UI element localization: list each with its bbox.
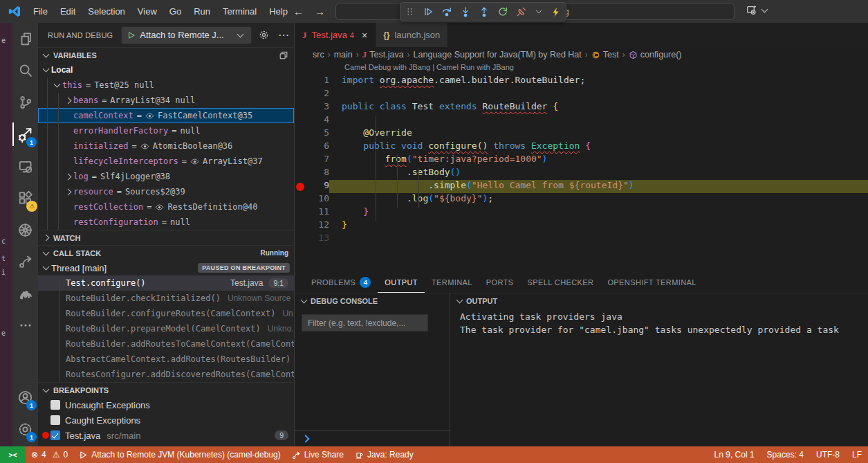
close-icon[interactable]: × xyxy=(362,30,367,41)
breadcrumb-item[interactable]: JTest.java xyxy=(362,49,404,60)
panel-tab-spell-checker[interactable]: SPELL CHECKER xyxy=(521,272,601,293)
breakpoint-gutter[interactable] xyxy=(295,140,308,154)
hot-code-icon[interactable] xyxy=(551,7,561,17)
call-stack-section-header[interactable]: CALL STACK Running xyxy=(38,245,294,260)
breadcrumb-item[interactable]: configure() xyxy=(629,50,682,60)
breakpoint-gutter[interactable] xyxy=(295,114,308,127)
back-icon[interactable]: ← xyxy=(293,6,304,17)
step-over-icon[interactable] xyxy=(441,6,452,17)
gear-icon[interactable] xyxy=(259,30,269,40)
live-share-status[interactable]: Live Share xyxy=(286,446,349,463)
variable-row[interactable]: camelContext=FastCamelContext@35 xyxy=(38,108,294,123)
stack-frame-row[interactable]: RouteBuilder.configureRoutes(CamelContex… xyxy=(38,306,294,321)
panel-tab-ports[interactable]: PORTS xyxy=(479,272,521,293)
breakpoint-current-icon[interactable] xyxy=(295,180,308,193)
eye-icon[interactable] xyxy=(140,142,149,151)
variable-row[interactable]: log=Slf4jLogger@38 xyxy=(38,169,294,184)
layout-control[interactable] xyxy=(746,4,770,16)
variable-row[interactable]: resource=Sources$2@39 xyxy=(38,184,294,199)
breakpoint-row[interactable]: Uncaught Exceptions xyxy=(38,397,294,412)
debug-console-header[interactable]: DEBUG CONSOLE xyxy=(295,293,450,308)
forward-icon[interactable]: → xyxy=(315,6,325,17)
code-line[interactable]: 2 xyxy=(295,88,868,101)
breakpoint-gutter[interactable] xyxy=(295,206,308,219)
variable-row[interactable]: initialized=AtomicBoolean@36 xyxy=(38,138,294,154)
breakpoint-gutter[interactable] xyxy=(295,167,308,180)
code-line[interactable]: 8 .setBody() xyxy=(295,167,868,180)
panel-tab-terminal[interactable]: TERMINAL xyxy=(425,272,479,293)
panel-tab-problems[interactable]: PROBLEMS4 xyxy=(304,272,378,293)
kubernetes-activity-item[interactable] xyxy=(12,214,38,246)
panel-tab-openshift-terminal[interactable]: OPENSHIFT TERMINAL xyxy=(600,272,703,293)
breadcrumb-item[interactable]: Test xyxy=(591,50,619,60)
problems-status[interactable]: ⊗4⚠0 xyxy=(26,446,73,463)
output-header[interactable]: OUTPUT xyxy=(450,293,868,308)
breakpoint-checkbox[interactable] xyxy=(50,430,60,440)
thread-row[interactable]: Thread [main] PAUSED ON BREAKPOINT xyxy=(38,260,294,275)
stack-frame-row[interactable]: RoutesConfigurer.addDiscoveredRoutes(Cam… xyxy=(38,367,294,382)
breadcrumb-item[interactable]: src xyxy=(313,50,324,60)
variable-row[interactable]: restConfiguration=null xyxy=(38,215,294,230)
watch-section-header[interactable]: WATCH xyxy=(38,230,294,245)
breakpoint-gutter[interactable] xyxy=(295,154,308,167)
source-control-activity-item[interactable] xyxy=(12,87,38,118)
code-line[interactable]: 7 from("timer:java?period=1000") xyxy=(295,154,868,167)
stack-frame-row[interactable]: AbstractCamelContext.addRoutes(RoutesBui… xyxy=(38,352,294,367)
variable-row[interactable]: this=Test@25 null xyxy=(38,78,294,93)
search-activity-item[interactable] xyxy=(12,55,38,87)
files-activity-item[interactable] xyxy=(12,23,38,55)
step-into-icon[interactable] xyxy=(460,6,471,17)
breakpoint-gutter[interactable] xyxy=(295,219,308,233)
tab-test-java[interactable]: JTest.java4× xyxy=(295,23,376,47)
more-activity-item[interactable] xyxy=(12,309,38,341)
debug-console-filter-input[interactable] xyxy=(302,314,428,332)
breakpoint-gutter[interactable] xyxy=(295,75,308,88)
tab-launch-json[interactable]: {}launch.json xyxy=(376,23,448,47)
variable-row[interactable]: Local xyxy=(38,62,294,78)
debug-attach-status[interactable]: Attach to Remote JVM (Kubernetes) (camel… xyxy=(73,446,286,463)
debug-console-input[interactable] xyxy=(295,430,450,446)
eye-icon[interactable] xyxy=(190,157,199,166)
breakpoint-row[interactable]: Caught Exceptions xyxy=(38,412,294,428)
code-line[interactable]: 1import org.apache.camel.builder.RouteBu… xyxy=(295,75,868,88)
java-ready-status[interactable]: Java: Ready xyxy=(349,446,419,463)
more-actions-icon[interactable]: ··· xyxy=(279,30,290,40)
breakpoint-checkbox[interactable] xyxy=(50,415,60,425)
remote-indicator[interactable]: >< xyxy=(0,446,26,463)
menu-selection[interactable]: Selection xyxy=(82,4,131,19)
variable-row[interactable]: lifecycleInterceptors=ArrayList@37 xyxy=(38,154,294,169)
chevron-icon[interactable] xyxy=(535,8,543,16)
menu-help[interactable]: Help xyxy=(263,4,294,19)
variables-section-header[interactable]: VARIABLES xyxy=(38,47,294,62)
menu-run[interactable]: Run xyxy=(187,4,216,19)
debug-config-select[interactable]: Attach to Remote J... xyxy=(121,26,252,44)
stack-frame-row[interactable]: RouteBuilder.prepareModel(CamelContext)U… xyxy=(38,321,294,336)
breakpoint-gutter[interactable] xyxy=(295,233,308,246)
menu-go[interactable]: Go xyxy=(163,4,187,19)
breakpoint-gutter[interactable] xyxy=(295,101,308,114)
status-spaces-4[interactable]: Spaces: 4 xyxy=(761,446,810,463)
breakpoint-gutter[interactable] xyxy=(295,193,308,206)
step-out-icon[interactable] xyxy=(479,6,490,17)
camel-activity-item[interactable] xyxy=(12,278,38,309)
stack-frame-row[interactable]: RouteBuilder.checkInitialized()Unknown S… xyxy=(38,291,294,306)
code-line[interactable]: 13 xyxy=(295,233,868,246)
code-line[interactable]: 6 public void configure() throws Excepti… xyxy=(295,140,868,154)
panel-tab-output[interactable]: OUTPUT xyxy=(378,272,425,293)
menu-terminal[interactable]: Terminal xyxy=(216,4,263,19)
status-utf-8[interactable]: UTF-8 xyxy=(810,446,846,463)
code-line[interactable]: 10 .log("${body}"); xyxy=(295,193,868,206)
breadcrumb-item[interactable]: Language Support for Java(TM) by Red Hat xyxy=(414,50,582,60)
openshift-activity-item[interactable] xyxy=(12,246,38,278)
status-ln-9-col-1[interactable]: Ln 9, Col 1 xyxy=(708,446,761,463)
variable-row[interactable]: beans=ArrayList@34 null xyxy=(38,93,294,108)
code-line[interactable]: 11 } xyxy=(295,206,868,219)
breakpoint-gutter[interactable] xyxy=(295,88,308,101)
codelens[interactable]: Camel Debug with JBang | Camel Run with … xyxy=(295,62,868,73)
eye-icon[interactable] xyxy=(155,203,164,212)
code-line[interactable]: 12} xyxy=(295,219,868,233)
remote-explorer-activity-item[interactable] xyxy=(12,150,38,182)
variable-row[interactable]: errorHandlerFactory=null xyxy=(38,123,294,138)
eye-icon[interactable] xyxy=(145,111,154,120)
breakpoint-row[interactable]: Test.javasrc/main9 xyxy=(38,428,294,443)
